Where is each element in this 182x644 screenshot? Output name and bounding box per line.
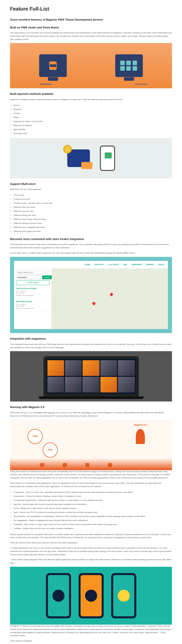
nav-item[interactable]: CBD bbox=[123, 263, 127, 266]
loc2-zip: Zip: L4 4BA bbox=[16, 305, 49, 307]
list-item: Different URLs per store bbox=[10, 205, 172, 209]
laptop-mockup bbox=[43, 356, 139, 396]
sec1-text: The Venia theme is an important set of t… bbox=[10, 31, 172, 41]
pwa-studio-screen bbox=[39, 54, 67, 77]
venia-theme-label: Venia Theme bbox=[135, 83, 147, 86]
sec2-text: Support for multiple websites, payment m… bbox=[10, 98, 172, 101]
sec6-p7: - Store owners easily integrate PWA more… bbox=[10, 558, 172, 565]
list-item: Linkable - Easily share via URL and not … bbox=[10, 527, 172, 531]
venia-theme-screen bbox=[115, 54, 143, 77]
loc1-name: Unit 56 Prescot Road bbox=[16, 287, 49, 290]
sec5-heading: Integration with megamenu bbox=[10, 337, 172, 341]
loc2-city: City: Liverpool bbox=[16, 303, 49, 305]
nav-item[interactable]: BRANDS bbox=[146, 263, 154, 266]
sec4-p2: On the other hand, no matter where custo… bbox=[10, 252, 172, 255]
pwa-venia-illustration: PWA Studio Venia Theme bbox=[10, 43, 172, 88]
sec2-heading: Multi payment methods available bbox=[10, 92, 172, 96]
sec6-p3: PWA stands for a progressive web applica… bbox=[10, 482, 172, 488]
sec3-text: Multi-store set up is fully supported: bbox=[10, 188, 172, 191]
page-title: Feature Full-List bbox=[10, 5, 172, 13]
three-phones-illustration bbox=[10, 567, 172, 625]
map-pin-icon bbox=[92, 301, 96, 306]
list-item: Product scope - website, store or store … bbox=[10, 201, 172, 205]
wallet-icon bbox=[67, 149, 90, 167]
cart-icon bbox=[105, 152, 112, 158]
sec6-p5: There are several main differences betwe… bbox=[10, 541, 172, 545]
card-icon bbox=[81, 162, 92, 169]
list-item: Installable - Allow users to "keep" apps… bbox=[10, 522, 172, 527]
search-radius-input[interactable] bbox=[16, 271, 49, 274]
pwa-requirements-list: Progressive - Work for every user, regar… bbox=[10, 490, 172, 531]
loc1-address: Address: 56 Prescot Road bbox=[16, 294, 49, 296]
sec6-p1: PWA studio version 7.0.0 compatible with… bbox=[10, 411, 172, 418]
list-item: Stripe bbox=[10, 115, 172, 119]
list-item: Payment by check / money order bbox=[10, 119, 172, 124]
megamenu-illustration bbox=[10, 351, 172, 401]
list-item: Progressive - Work for every user, regar… bbox=[10, 490, 172, 494]
phone-mockup bbox=[111, 573, 136, 618]
no-signal-icon bbox=[52, 590, 65, 602]
sec3-heading: Support Multi-store bbox=[10, 182, 172, 186]
magento-icon bbox=[108, 463, 112, 467]
magento-badge: Magento 2.4 bbox=[134, 423, 147, 427]
search-button[interactable]: Search bbox=[42, 275, 52, 279]
list-item: Braintree bbox=[10, 107, 172, 111]
list-item: Different design per store bbox=[10, 213, 172, 217]
phone-mockup bbox=[79, 573, 104, 618]
pwa-studio-label: PWA Studio bbox=[40, 83, 51, 86]
phone-cart-icon bbox=[100, 146, 115, 171]
list-item: PayPal bbox=[10, 111, 172, 115]
pwa-circle-icon: PWA bbox=[28, 429, 43, 444]
sec6-p8: A Magento 2 PWA is not only responsive a… bbox=[10, 625, 172, 637]
sec6-p9: Some specific examples: bbox=[10, 639, 172, 643]
nav-item[interactable]: DEALS bbox=[158, 263, 164, 266]
list-item: Purchase order bbox=[10, 132, 172, 136]
list-item: Klarna bbox=[10, 103, 172, 107]
magento24-illustration: Magento 2.4 PWA PWA bbox=[10, 420, 172, 470]
loc1-city: City: Liverpool bbox=[16, 290, 49, 292]
sec6-p6: - A native application can only run on a… bbox=[10, 547, 172, 556]
nav-item[interactable]: HOME bbox=[85, 263, 90, 266]
list-item: Payment on delivery bbox=[10, 124, 172, 128]
sec4-p1: The integrated store locator brings user… bbox=[10, 243, 172, 250]
loc2-address: Address: 202 Walton Road bbox=[16, 307, 49, 309]
store-locator-sidebar: Search Locate Nearby Unit 56 Prescot Roa… bbox=[14, 269, 52, 329]
nav-item[interactable]: OUR SETS bbox=[95, 263, 104, 266]
locate-nearby-button[interactable]: Locate Nearby bbox=[16, 280, 49, 285]
location-result-1[interactable]: Unit 56 Prescot Road City: Liverpool Zip… bbox=[16, 287, 49, 298]
list-item: Bank transfer bbox=[10, 128, 172, 132]
multistore-list: Price scopeCustomer accountProduct scope… bbox=[10, 193, 172, 233]
store-locator-screenshot: HOMEOUR SETSÀ LA CARTECBDHARDWAREBRANDSD… bbox=[10, 257, 172, 333]
list-item: Different category tree per store bbox=[10, 221, 172, 225]
nav-item[interactable]: HARDWARE bbox=[132, 263, 142, 266]
loc2-name: 202 Walton Road bbox=[16, 300, 49, 303]
sec4-heading: Becomes more convenient with store locat… bbox=[10, 237, 172, 241]
pwa-circle-icon: PWA bbox=[43, 442, 58, 458]
payment-methods-list: KlarnaBraintreePayPalStripePayment by ch… bbox=[10, 103, 172, 136]
nav-item[interactable]: À LA CARTE bbox=[108, 263, 119, 266]
list-item: Customer account bbox=[10, 197, 172, 201]
list-item: Different Home Page CMS per store bbox=[10, 217, 172, 221]
map-pin-icon bbox=[109, 292, 113, 297]
magento-icon bbox=[40, 463, 44, 467]
map-canvas[interactable] bbox=[52, 269, 168, 329]
clock-icon bbox=[85, 590, 97, 602]
touch-icon bbox=[118, 590, 130, 602]
list-item: Fresh - Always up to date thanks to the … bbox=[10, 506, 172, 510]
list-item: App-like - Use the app-shell model to pr… bbox=[10, 502, 172, 506]
sec6-p2: Today, the number of mobile phone users … bbox=[10, 470, 172, 480]
phone-mockup bbox=[46, 573, 71, 618]
list-item: Different menu navigation per store bbox=[10, 225, 172, 229]
list-item: Different logo per store bbox=[10, 209, 172, 213]
magento-icon bbox=[63, 463, 67, 467]
page-subtitle: Some excellent features of Magento PWA T… bbox=[10, 18, 172, 22]
location-result-2[interactable]: 202 Walton Road City: Liverpool Zip: L4 … bbox=[16, 300, 49, 311]
list-item: Connectivity independent - Enhanced with… bbox=[10, 498, 172, 502]
magento-icon bbox=[85, 463, 89, 467]
sec1-heading: Built on PWA studio and Venia theme bbox=[10, 25, 172, 30]
list-item: Safe - Served via HTTPS to prevent snoop… bbox=[10, 510, 172, 514]
list-item: Discoverable - Are identifiable as "appl… bbox=[10, 514, 172, 518]
search-location-input[interactable] bbox=[16, 275, 41, 279]
coin-icon bbox=[63, 145, 72, 153]
store-locator-nav: HOMEOUR SETSÀ LA CARTECBDHARDWAREBRANDSD… bbox=[14, 261, 168, 269]
